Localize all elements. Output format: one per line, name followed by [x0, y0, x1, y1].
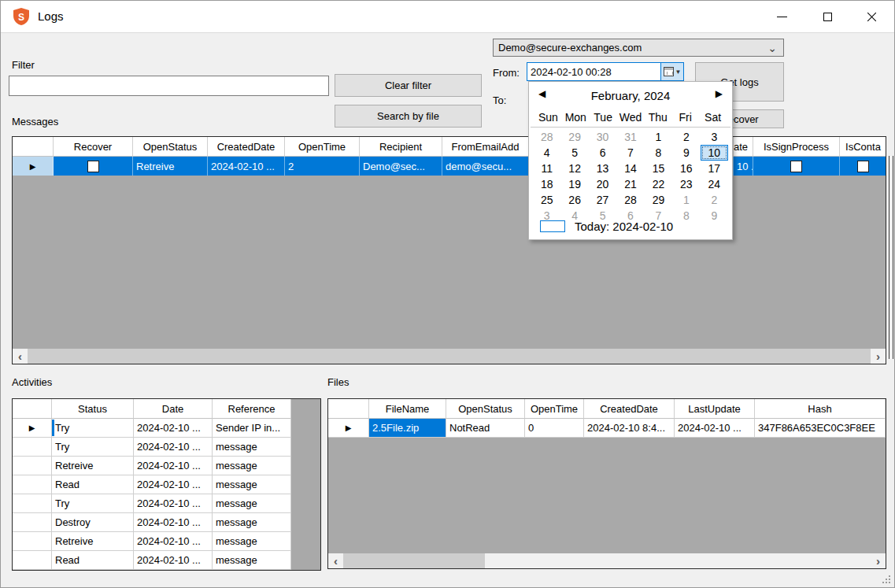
row-selector[interactable]: ▶	[13, 157, 54, 176]
calendar-day[interactable]: 4	[533, 145, 560, 161]
row-selector[interactable]	[13, 551, 52, 570]
column-header[interactable]: Recover	[54, 137, 133, 157]
calendar-day[interactable]: 28	[616, 192, 644, 208]
status-cell[interactable]: Read	[52, 475, 134, 494]
calendar-day[interactable]: 29	[560, 129, 588, 145]
scroll-left-icon[interactable]: ‹	[13, 349, 28, 364]
calendar-day[interactable]: 22	[645, 176, 672, 192]
reference-cell[interactable]: message	[213, 475, 291, 494]
cell[interactable]: Retreive	[133, 157, 208, 176]
column-header[interactable]: FromEmailAdd	[442, 137, 529, 157]
column-header[interactable]: Recipient	[360, 137, 442, 157]
row-selector[interactable]	[13, 513, 52, 532]
status-cell[interactable]: Try	[52, 494, 134, 513]
minimize-button[interactable]	[764, 1, 800, 32]
activity-row[interactable]: Destroy2024-02-10 ...message	[13, 513, 320, 532]
column-header[interactable]: OpenStatus	[133, 137, 208, 157]
reference-cell[interactable]: message	[213, 513, 291, 532]
messages-selected-row[interactable]: ▶Retreive2024-02-10 ...2Demo@sec...demo@…	[13, 157, 886, 176]
scroll-thumb[interactable]	[28, 349, 871, 364]
filter-input[interactable]	[9, 76, 329, 96]
reference-cell[interactable]: message	[213, 494, 291, 513]
calendar-next-icon[interactable]: ▶	[716, 88, 723, 99]
column-header[interactable]: Date	[134, 399, 213, 419]
calendar-day[interactable]: 21	[616, 176, 644, 192]
row-selector[interactable]	[13, 438, 52, 457]
column-header[interactable]: OpenTime	[285, 137, 360, 157]
column-header[interactable]: IsConta	[840, 137, 886, 157]
date-cell[interactable]: 2024-02-10 ...	[134, 475, 213, 494]
activity-row[interactable]: Try2024-02-10 ...message	[13, 494, 320, 513]
status-cell[interactable]: Destroy	[52, 513, 134, 532]
cell[interactable]: 2	[285, 157, 360, 176]
column-header[interactable]: CreatedDate	[208, 137, 285, 157]
activity-row[interactable]: Read2024-02-10 ...message	[13, 551, 320, 570]
status-cell[interactable]: Retreive	[52, 532, 134, 551]
checkbox-cell[interactable]	[840, 157, 886, 176]
calendar-dropdown-button[interactable]: ▼	[660, 63, 683, 80]
column-header[interactable]: Reference	[213, 399, 291, 419]
calendar-day[interactable]: 9	[672, 145, 700, 161]
maximize-button[interactable]	[809, 1, 845, 32]
status-cell[interactable]: Read	[52, 551, 134, 570]
column-header[interactable]: Status	[52, 399, 134, 419]
checkbox-cell[interactable]	[54, 157, 133, 176]
column-header[interactable]: IsSignProcess	[753, 137, 840, 157]
calendar-day[interactable]: 12	[560, 161, 588, 176]
scroll-thumb[interactable]	[343, 553, 485, 568]
column-header[interactable]: OpenStatus	[446, 399, 525, 419]
row-selector[interactable]	[13, 494, 52, 513]
calendar-day[interactable]: 5	[560, 145, 588, 161]
column-header[interactable]: OpenTime	[525, 399, 584, 419]
activity-row[interactable]: Try2024-02-10 ...message	[13, 438, 320, 457]
resize-grip[interactable]	[882, 575, 892, 585]
column-header[interactable]: ate	[734, 137, 753, 157]
reference-cell[interactable]: message	[213, 551, 291, 570]
clear-filter-button[interactable]: Clear filter	[335, 74, 482, 97]
cell[interactable]: 2.5File.zip	[369, 419, 446, 438]
row-selector[interactable]	[13, 532, 52, 551]
date-cell[interactable]: 2024-02-10 ...	[134, 513, 213, 532]
calendar-day[interactable]: 16	[672, 161, 700, 176]
cell[interactable]: 347F86A653EC0C3F8EE	[755, 419, 886, 438]
status-cell[interactable]: Retreive	[52, 457, 134, 475]
column-header[interactable]: LastUpdate	[675, 399, 755, 419]
date-cell[interactable]: 2024-02-10 ...	[134, 551, 213, 570]
reference-cell[interactable]: message	[213, 438, 291, 457]
scroll-right-icon[interactable]: ›	[871, 553, 886, 568]
activity-row[interactable]: Retreive2024-02-10 ...message	[13, 532, 320, 551]
checkbox-cell[interactable]	[753, 157, 840, 176]
calendar-day[interactable]: 6	[589, 145, 616, 161]
cell[interactable]: 2024-02-10 ...	[208, 157, 285, 176]
calendar-day[interactable]: 10	[701, 145, 728, 161]
date-cell[interactable]: 2024-02-10 ...	[134, 457, 213, 475]
files-row[interactable]: ▶2.5File.zipNotRead02024-02-10 8:4...202…	[328, 419, 886, 438]
calendar-day[interactable]: 15	[645, 161, 672, 176]
reference-cell[interactable]: message	[213, 457, 291, 475]
scroll-right-icon[interactable]: ›	[871, 349, 886, 364]
calendar-day[interactable]: 17	[701, 161, 728, 176]
calendar-day[interactable]: 7	[616, 145, 644, 161]
calendar-day[interactable]: 8	[645, 145, 672, 161]
date-cell[interactable]: 2024-02-10 ...	[134, 438, 213, 457]
calendar-day[interactable]: 24	[701, 176, 728, 192]
cell[interactable]: 10 ...	[734, 157, 753, 176]
scroll-left-icon[interactable]: ‹	[328, 553, 343, 568]
row-selector[interactable]: ▶	[328, 419, 369, 438]
calendar-day[interactable]: 23	[672, 176, 700, 192]
calendar-day[interactable]: 31	[616, 129, 644, 145]
cell[interactable]: 2024-02-10 8:4...	[584, 419, 675, 438]
calendar-day[interactable]: 2	[672, 129, 700, 145]
cell[interactable]: NotRead	[446, 419, 525, 438]
calendar-day[interactable]: 26	[560, 192, 588, 208]
activity-row[interactable]: Retreive2024-02-10 ...message	[13, 457, 320, 475]
calendar-day[interactable]: 14	[616, 161, 644, 176]
row-selector[interactable]: ▶	[13, 419, 52, 438]
date-cell[interactable]: 2024-02-10 ...	[134, 419, 213, 438]
cell[interactable]: 2024-02-10 ...	[675, 419, 755, 438]
calendar-day[interactable]: 25	[533, 192, 560, 208]
calendar-title[interactable]: February, 2024	[529, 89, 732, 102]
from-date-input[interactable]	[527, 63, 660, 80]
calendar-day[interactable]: 13	[589, 161, 616, 176]
date-cell[interactable]: 2024-02-10 ...	[134, 532, 213, 551]
